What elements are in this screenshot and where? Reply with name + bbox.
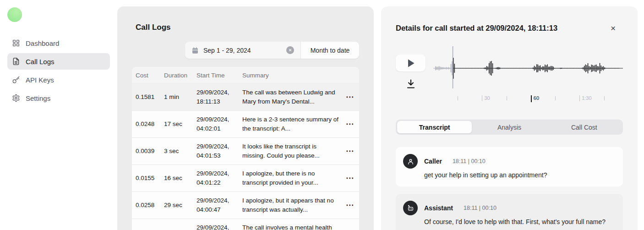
close-icon[interactable]: × — [611, 24, 616, 33]
sidebar-item-label: Dashboard — [26, 39, 59, 47]
table-row[interactable]: 0.0248 17 sec 29/09/2024, 04:02:01 Here … — [132, 110, 359, 137]
table-row[interactable]: 0.1581 1 min 29/09/2024, 18:11:13 The ca… — [132, 83, 359, 110]
cell-duration: 41 sec — [160, 224, 193, 230]
sidebar-item-call-logs[interactable]: Call Logs — [7, 53, 110, 70]
timeline-tick — [507, 95, 509, 100]
cell-summary: The call involves a mental health assist… — [239, 219, 341, 230]
message-timestamp: 18:11 | 00:10 — [453, 158, 486, 164]
tab-call-cost[interactable]: Call Cost — [547, 121, 622, 133]
col-header-summary: Summary — [239, 72, 341, 79]
row-more-icon[interactable]: ⋯ — [341, 120, 359, 129]
clear-date-icon[interactable]: × — [286, 46, 294, 54]
table-body: 0.1581 1 min 29/09/2024, 18:11:13 The ca… — [132, 83, 359, 230]
player-controls — [396, 45, 433, 89]
message-header: Caller 18:11 | 00:10 — [403, 154, 616, 169]
file-text-icon — [12, 57, 20, 66]
tick-label: 1:30 — [582, 95, 591, 101]
tick-mark — [482, 95, 482, 101]
cell-duration: 16 sec — [160, 170, 193, 187]
timeline-tick — [604, 95, 606, 100]
page-title: Call Logs — [132, 23, 359, 32]
timeline-tick — [555, 95, 557, 100]
table-row[interactable]: 0.1147 41 sec 29/09/2024, 03:53:53 The c… — [132, 219, 359, 230]
cell-start-time: 29/09/2024, 18:11:13 — [193, 84, 239, 110]
sidebar-item-settings[interactable]: Settings — [7, 90, 110, 106]
dashboard-icon — [12, 39, 20, 47]
cell-start-time: 29/09/2024, 03:53:53 — [193, 219, 239, 230]
timeline-tick: 1:30 — [579, 95, 591, 101]
gear-icon — [12, 94, 20, 102]
table-header: Cost Duration Start Time Summary — [132, 67, 359, 83]
waveform[interactable] — [433, 45, 623, 89]
play-icon — [406, 58, 415, 68]
waveform-svg — [433, 45, 623, 89]
col-header-duration: Duration — [160, 72, 193, 79]
timeline-tick: 30 — [482, 95, 490, 101]
waveform-timeline: 30 60 1:30 — [433, 94, 623, 104]
tab-transcript[interactable]: Transcript — [397, 121, 472, 133]
app-root: Dashboard Call Logs API Keys Settings Ca… — [0, 0, 644, 230]
sidebar-item-label: Call Logs — [26, 58, 55, 66]
call-logs-panel: Call Logs Sep 1 - 29, 2024 × Month to da… — [117, 6, 374, 230]
play-button[interactable] — [396, 55, 426, 71]
cell-duration: 1 min — [160, 88, 193, 106]
cell-cost: 0.0155 — [132, 170, 160, 187]
call-details-panel: Details for call started at 29/09/2024, … — [381, 6, 638, 230]
key-icon — [12, 76, 20, 84]
cell-summary: It looks like the transcript is missing.… — [239, 138, 341, 164]
row-more-icon[interactable]: ⋯ — [341, 174, 359, 183]
month-to-date-button[interactable]: Month to date — [300, 42, 359, 59]
table-row[interactable]: 0.0258 29 sec 29/09/2024, 04:00:47 I apo… — [132, 192, 359, 219]
row-more-icon[interactable]: ⋯ — [341, 228, 359, 230]
cell-cost: 0.0258 — [132, 197, 160, 214]
message-text: Of course, I'd love to help with that. F… — [424, 218, 616, 225]
tick-mark — [507, 96, 507, 100]
tab-analysis[interactable]: Analysis — [472, 121, 546, 133]
row-more-icon[interactable]: ⋯ — [341, 93, 359, 102]
assistant-avatar — [403, 201, 418, 215]
download-icon — [405, 78, 416, 89]
cell-cost: 0.1581 — [132, 88, 160, 106]
download-button[interactable] — [405, 78, 416, 89]
sidebar: Dashboard Call Logs API Keys Settings — [0, 0, 117, 230]
tick-mark — [579, 95, 580, 101]
row-more-icon[interactable]: ⋯ — [341, 201, 359, 210]
timeline-tick: 60 — [531, 95, 539, 102]
calendar-icon — [191, 47, 199, 54]
transcript-messages: Caller 18:11 | 00:10 get your help in se… — [396, 147, 623, 230]
audio-player — [396, 45, 623, 89]
sidebar-item-label: Settings — [26, 94, 50, 102]
timeline-tick — [458, 95, 460, 100]
table-row[interactable]: 0.0039 3 sec 29/09/2024, 04:01:53 It loo… — [132, 137, 359, 164]
tick-label: 30 — [484, 95, 490, 101]
cell-start-time: 29/09/2024, 04:02:01 — [193, 111, 239, 137]
date-range-button[interactable]: Sep 1 - 29, 2024 × — [185, 42, 300, 59]
row-more-icon[interactable]: ⋯ — [341, 147, 359, 156]
sidebar-item-dashboard[interactable]: Dashboard — [7, 35, 110, 51]
sidebar-item-api-keys[interactable]: API Keys — [7, 71, 110, 88]
cell-start-time: 29/09/2024, 04:01:22 — [193, 165, 239, 192]
app-logo[interactable] — [7, 7, 22, 22]
sidebar-item-label: API Keys — [26, 76, 54, 84]
details-tabs: Transcript Analysis Call Cost — [396, 120, 623, 135]
cell-cost: 0.0039 — [132, 142, 160, 160]
filter-row: Sep 1 - 29, 2024 × Month to date — [132, 42, 359, 59]
tick-mark — [604, 96, 605, 100]
message-caller: Caller 18:11 | 00:10 get your help in se… — [396, 147, 623, 186]
cell-cost: 0.0248 — [132, 115, 160, 133]
col-header-start-time: Start Time — [193, 72, 239, 79]
tick-mark — [458, 96, 458, 100]
tick-label: 60 — [534, 95, 539, 101]
speaker-name: Assistant — [424, 204, 453, 212]
caller-avatar — [403, 154, 418, 169]
table-row[interactable]: 0.0155 16 sec 29/09/2024, 04:01:22 I apo… — [132, 164, 359, 192]
date-range-control: Sep 1 - 29, 2024 × Month to date — [185, 42, 359, 59]
cell-duration: 17 sec — [160, 115, 193, 133]
message-assistant: Assistant 18:11 | 00:10 Of course, I'd l… — [396, 194, 623, 230]
cell-cost: 0.1147 — [132, 224, 160, 230]
cell-duration: 29 sec — [160, 197, 193, 214]
message-header: Assistant 18:11 | 00:10 — [403, 201, 616, 215]
message-text: get your help in setting up an appointme… — [424, 171, 616, 179]
speaker-name: Caller — [424, 158, 442, 165]
person-icon — [407, 158, 415, 165]
